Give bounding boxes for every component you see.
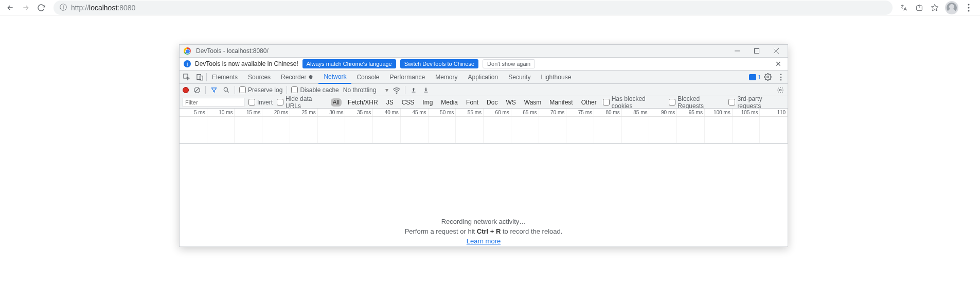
type-font[interactable]: Font — [464, 98, 480, 107]
svg-point-19 — [397, 93, 397, 93]
network-conditions-icon[interactable] — [393, 86, 401, 94]
timeline-tick: 10 ms — [207, 109, 235, 116]
tab-lighthouse[interactable]: Lighthouse — [536, 71, 577, 83]
svg-point-3 — [968, 10, 969, 11]
chrome-menu-icon[interactable] — [964, 3, 974, 13]
clear-button[interactable] — [193, 86, 201, 94]
settings-gear-icon[interactable] — [761, 71, 774, 84]
type-manifest[interactable]: Manifest — [547, 98, 575, 107]
bookmark-star-icon[interactable] — [930, 3, 940, 13]
back-button[interactable] — [4, 2, 16, 14]
tab-security[interactable]: Security — [503, 71, 536, 83]
timeline-tick: 40 ms — [373, 109, 401, 116]
type-img[interactable]: Img — [420, 98, 435, 107]
tab-recorder[interactable]: Recorder — [276, 71, 318, 83]
banner-close-icon[interactable]: ✕ — [773, 60, 783, 68]
timeline-tick: 60 ms — [484, 109, 511, 116]
preserve-log-checkbox[interactable]: Preserve log — [239, 86, 282, 94]
svg-rect-20 — [412, 92, 416, 92]
more-menu-icon[interactable] — [774, 71, 788, 84]
svg-point-14 — [780, 79, 782, 80]
minimize-button[interactable] — [728, 46, 746, 56]
site-info-icon[interactable]: ⓘ — [60, 3, 67, 12]
tab-console[interactable]: Console — [351, 71, 384, 83]
maximize-button[interactable] — [747, 46, 766, 56]
timeline-tick: 80 ms — [594, 109, 622, 116]
timeline-tick: 90 ms — [649, 109, 677, 116]
timeline-tick: 95 ms — [677, 109, 705, 116]
svg-point-1 — [968, 4, 969, 5]
import-har-icon[interactable] — [409, 86, 418, 94]
panel-tabs: Elements Sources Recorder Network Consol… — [180, 71, 788, 84]
timeline-tick: 35 ms — [345, 109, 373, 116]
address-bar[interactable]: ⓘ http://localhost:8080 — [54, 1, 893, 15]
learn-more-link[interactable]: Learn more — [467, 237, 501, 245]
svg-point-11 — [767, 76, 769, 78]
dont-show-button[interactable]: Don't show again — [483, 59, 535, 68]
tab-elements[interactable]: Elements — [207, 71, 243, 83]
tab-application[interactable]: Application — [463, 71, 504, 83]
forward-button[interactable] — [20, 2, 32, 14]
filter-input[interactable] — [183, 98, 244, 107]
inspect-element-icon[interactable] — [180, 71, 193, 84]
svg-point-22 — [779, 89, 781, 91]
timeline-tick: 65 ms — [511, 109, 539, 116]
profile-avatar[interactable] — [945, 1, 958, 14]
disable-cache-checkbox[interactable]: Disable cache — [291, 86, 338, 94]
reload-button[interactable] — [35, 2, 47, 14]
timeline-tick: 75 ms — [566, 109, 594, 116]
type-css[interactable]: CSS — [400, 98, 417, 107]
info-icon: i — [184, 60, 191, 67]
svg-point-2 — [968, 7, 969, 8]
timeline-tick: 25 ms — [290, 109, 318, 116]
filter-toggle-icon[interactable] — [210, 86, 218, 94]
search-icon[interactable] — [222, 86, 230, 94]
timeline-tick: 15 ms — [235, 109, 262, 116]
network-settings-gear-icon[interactable] — [776, 86, 785, 94]
empty-hint: Perform a request or hit Ctrl + R to rec… — [180, 227, 788, 235]
issues-badge[interactable]: 1 — [749, 74, 761, 80]
type-other[interactable]: Other — [579, 98, 599, 107]
throttling-select[interactable]: No throttling▾ — [343, 86, 389, 94]
blocked-requests-checkbox[interactable]: Blocked Requests — [669, 95, 724, 110]
type-fetch[interactable]: Fetch/XHR — [346, 98, 380, 107]
hide-data-urls-checkbox[interactable]: Hide data URLs — [277, 95, 327, 110]
type-js[interactable]: JS — [384, 98, 396, 107]
third-party-checkbox[interactable]: 3rd-party requests — [728, 95, 785, 110]
chrome-logo-icon — [184, 47, 191, 55]
translate-icon[interactable] — [899, 3, 909, 13]
share-icon[interactable] — [914, 3, 924, 13]
record-button[interactable] — [183, 87, 189, 93]
blocked-cookies-checkbox[interactable]: Has blocked cookies — [603, 95, 665, 110]
invert-checkbox[interactable]: Invert — [248, 99, 273, 106]
type-doc[interactable]: Doc — [485, 98, 500, 107]
close-button[interactable] — [767, 46, 786, 56]
url-text: http://localhost:8080 — [71, 4, 135, 12]
type-wasm[interactable]: Wasm — [522, 98, 544, 107]
device-toggle-icon[interactable] — [193, 71, 206, 84]
svg-rect-21 — [424, 92, 428, 92]
empty-state: Recording network activity… Perform a re… — [180, 144, 788, 247]
devtools-titlebar[interactable]: DevTools - localhost:8080/ — [180, 45, 788, 57]
timeline-tick: 55 ms — [456, 109, 484, 116]
timeline-tick: 105 ms — [733, 109, 760, 116]
type-all[interactable]: All — [331, 98, 342, 107]
export-har-icon[interactable] — [422, 86, 430, 94]
devtools-window: DevTools - localhost:8080/ i DevTools is… — [179, 44, 788, 247]
svg-point-12 — [780, 74, 782, 75]
tab-network[interactable]: Network — [318, 71, 351, 84]
svg-line-18 — [227, 91, 228, 92]
tab-sources[interactable]: Sources — [243, 71, 276, 83]
timeline-tick: 110 — [760, 109, 788, 116]
browser-toolbar: ⓘ http://localhost:8080 — [0, 0, 980, 15]
switch-language-button[interactable]: Switch DevTools to Chinese — [400, 59, 478, 68]
timeline-tick: 85 ms — [622, 109, 650, 116]
timeline-overview[interactable]: 5 ms10 ms15 ms20 ms25 ms30 ms35 ms40 ms4… — [180, 109, 788, 144]
tab-memory[interactable]: Memory — [430, 71, 462, 83]
timeline-tick: 70 ms — [539, 109, 567, 116]
always-match-button[interactable]: Always match Chrome's language — [302, 59, 396, 68]
tab-performance[interactable]: Performance — [384, 71, 430, 83]
type-ws[interactable]: WS — [504, 98, 518, 107]
type-media[interactable]: Media — [439, 98, 460, 107]
svg-rect-9 — [197, 75, 201, 80]
